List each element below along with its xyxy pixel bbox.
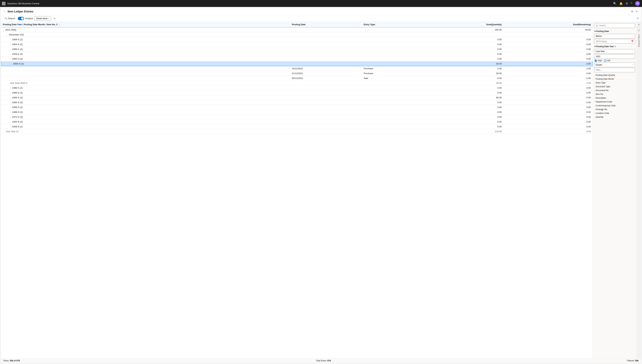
table-row[interactable]: › 1960-S (4) 0.00 0.00 [1,56,592,61]
help-icon[interactable]: ? [631,2,632,5]
collapsible-filter-item[interactable]: › Document No. [594,88,635,92]
collapsible-filter-item[interactable]: › Posting Date Month [594,77,635,81]
posting-date-year-condition2-select[interactable]: Equals Less than Greater than [594,62,635,67]
col-group[interactable]: Posting Date Year / Posting Date Month /… [1,22,290,27]
table-row[interactable]: ⌄ 2021 (506) 195.00 94.00 [1,27,592,32]
table-row[interactable]: › 1908-S (2) 0.00 0.00 [1,124,592,129]
collapsible-item-label: Description [596,97,606,99]
table-row[interactable]: › 1906-S (2) 0.00 0.00 [1,37,592,42]
collapsible-filter-item[interactable]: › Document Type [594,85,635,88]
notifications-icon[interactable]: 🔔 [619,2,623,5]
collapsible-filter-item[interactable]: › Entry Type [594,81,635,85]
table-row[interactable]: › 1900-S (3) 0.00 0.00 [1,100,592,105]
expand-icon[interactable]: › [10,102,11,104]
collapsible-filter-item[interactable]: › Location Code [594,111,635,115]
sort-icon[interactable]: ↕ [59,24,60,26]
table-row[interactable]: › 1964-S (2) 0.00 0.00 [1,42,592,47]
expand-icon[interactable]: › [10,116,11,118]
posting-date-year-value2-input[interactable] [594,68,635,72]
table-row[interactable]: ⌄ December (43) [1,32,592,37]
collapsible-filter-item[interactable]: › Customergroup Code [594,104,635,108]
posting-date-condition-select[interactable]: Before After Equals [594,34,635,38]
row-label: 2000-S (3) [13,62,24,65]
filter-search-input[interactable] [594,23,635,28]
and-radio-btn[interactable] [594,60,597,62]
posting-date-label: Posting Date [596,30,609,32]
row-entry-type: Purchase [362,71,424,76]
or-label: OR [607,60,610,62]
chevron-right-icon: › [594,105,595,107]
chevron-right-icon: › [594,108,595,110]
expand-icon[interactable]: › [10,38,11,40]
expand-icon[interactable]: › [10,44,11,46]
restore-window-button[interactable]: ⧉ [630,9,634,14]
table-row[interactable]: ⌄ 2000-S (3) 28.00 3.00 [1,61,592,66]
expand-icon[interactable]: › [10,87,11,89]
search-icon: 🔍 [4,17,7,20]
expand-icon[interactable]: › [10,126,11,128]
table-row[interactable]: › 1972-S (3) 0.00 0.00 [1,114,592,120]
dead-stock-tab-button[interactable]: Dead stock ▾ [34,16,51,20]
collapsible-filter-item[interactable]: › Description [594,96,635,100]
row-posting-date: 14/12/2021 [290,66,362,71]
table-row[interactable]: › 1980-S (2) 0.00 0.00 [1,86,592,90]
col-posting-date[interactable]: Posting Date [290,22,362,27]
posting-date-year-header[interactable]: ▾ Posting Date Year ▽ [594,44,635,48]
expand-icon[interactable]: ⌄ [6,34,8,36]
expand-icon[interactable]: › [10,48,11,50]
collapsible-filter-item[interactable]: › Quantity [594,115,635,119]
table-row[interactable]: › 1920-S (3) 0.00 0.00 [1,120,592,124]
expand-icon[interactable]: › [10,96,11,99]
posting-date-year-value-input[interactable] [594,54,635,59]
posting-date-header[interactable]: ▾ Posting Date [594,30,635,33]
analyse-toggle[interactable] [18,17,24,20]
table-row[interactable]: › 1968-S (3) 0.00 0.00 [1,105,592,110]
col-entry-type[interactable]: Entry Type [362,22,424,27]
posting-date-year-label: Posting Date Year [596,45,614,48]
collapsible-filter-item[interactable]: › Item No. [594,92,635,96]
expand-icon[interactable]: › [10,121,11,123]
collapsible-filter-item[interactable]: › Department Code [594,100,635,104]
expand-icon[interactable]: › [10,58,11,60]
columns-icon[interactable]: ≡ [637,22,640,26]
chevron-right-icon: › [594,101,595,103]
back-button[interactable]: ← [3,10,6,13]
expand-icon[interactable]: › [10,106,11,108]
collapsible-filter-item[interactable]: › Package No. [594,108,635,111]
row-sum-rem: 0.00 [503,120,592,124]
user-avatar[interactable]: JD [635,1,640,6]
posting-date-year-condition-select[interactable]: Less than Equals Greater than Between [594,49,635,54]
table-row[interactable]: › 1928-S (3) 0.00 0.00 [1,52,592,56]
col-sum-rem[interactable]: Sum(Remaining) [503,22,592,27]
search-button[interactable]: 🔍 Search [3,16,16,20]
settings-icon[interactable]: ⚙ [626,2,628,5]
expand-icon[interactable]: › [10,53,11,55]
row-sum-rem: 5.00 [503,95,592,100]
row-entry-type [362,37,424,42]
table-row[interactable]: › 1896-S (3) 0.00 0.00 [1,90,592,95]
collapsible-filter-item[interactable]: › Posting Date Quarter [594,73,635,77]
row-label: 1980-S (2) [12,86,23,89]
table-row[interactable]: › 1996-S (4) 5.00 0.00 [1,47,592,52]
and-radio[interactable]: AND [594,60,602,62]
expand-icon[interactable]: › [10,111,11,113]
table-row[interactable]: › 1936-S (3) 90.00 5.00 [1,95,592,100]
expand-icon[interactable]: ⌄ [2,29,4,31]
search-icon[interactable]: 🔍 [613,2,616,5]
filter-button[interactable]: ▽ [637,17,639,20]
expand-icon[interactable]: ⌄ [10,63,12,65]
posting-date-input[interactable] [594,39,635,44]
close-window-button[interactable]: ✕ [635,9,639,14]
or-radio-btn[interactable] [604,60,606,62]
col-sum-qty[interactable]: Sum(Quantity) [424,22,503,27]
row-entry-type [362,114,424,120]
col-sum-rem-label: Sum(Remaining) [573,23,591,26]
expand-icon[interactable]: › [10,92,11,94]
table-row[interactable]: › 1988-S (3) 0.00 0.00 [1,110,592,114]
row-group-cell [1,76,290,81]
or-radio[interactable]: OR [604,60,610,62]
app-launcher-icon[interactable] [2,2,5,5]
add-button[interactable]: + [52,16,56,20]
analysis-filters-tab[interactable]: Analysis Filters [637,33,640,48]
filter-funnel-icon[interactable]: ▽ [637,28,640,33]
